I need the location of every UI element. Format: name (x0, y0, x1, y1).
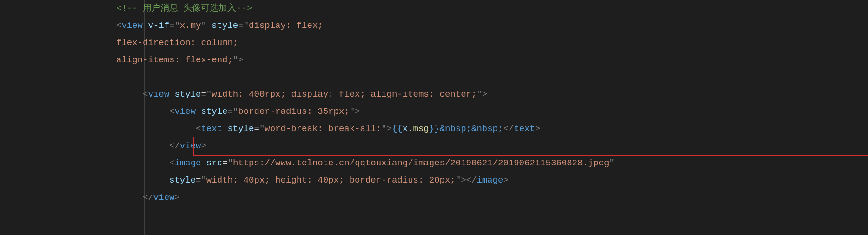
code-line[interactable]: align-items: flex-end;"> (116, 52, 868, 69)
attr-name: style (174, 86, 201, 103)
attr-name: style (227, 120, 254, 137)
gutter (0, 0, 28, 235)
entity: &nbsp; (440, 120, 471, 137)
code-line[interactable]: <view style="width: 400rpx; display: fle… (116, 86, 868, 103)
close-tag-name: view (153, 189, 175, 206)
tag-name: image (174, 155, 201, 172)
attr-value: x.my (180, 17, 201, 34)
attr-name: src (206, 155, 222, 172)
code-area[interactable]: <!-- 用户消息 头像可选加入--> <view v-if="x.my" st… (28, 0, 868, 235)
code-line[interactable]: style="width: 40px; height: 40px; border… (116, 172, 868, 189)
attr-name: v-if (148, 17, 169, 34)
code-line-highlighted[interactable]: <image src="https://www.telnote.cn/qqtou… (116, 155, 868, 172)
tag-open-bracket: < (116, 17, 121, 34)
code-editor[interactable]: <!-- 用户消息 头像可选加入--> <view v-if="x.my" st… (0, 0, 868, 235)
attr-name: style (169, 172, 196, 189)
attr-name: style (212, 17, 238, 34)
attr-value: display: flex; (249, 17, 323, 34)
attr-value: flex-direction: column; (116, 34, 238, 52)
mustache-close: }} (429, 120, 440, 137)
tag-name: view (148, 86, 169, 103)
entity: &nbsp; (471, 120, 503, 137)
attr-value: align-items: flex-end; (116, 52, 233, 69)
attr-value: width: 400rpx; display: flex; align-item… (212, 86, 477, 103)
attr-value: word-break: break-all; (265, 120, 381, 137)
code-line[interactable]: <view style="border-radius: 35rpx;"> (116, 103, 868, 120)
url-value[interactable]: https://www.telnote.cn/qqtouxiang/images… (233, 155, 610, 172)
code-line[interactable]: <view v-if="x.my" style="display: flex; (116, 17, 868, 34)
tag-close-bracket: > (238, 52, 243, 69)
attr-value: border-radius: 35rpx; (238, 103, 349, 120)
attr-name: style (201, 103, 227, 120)
code-line[interactable]: flex-direction: column; (116, 34, 868, 52)
mustache-open: {{ (392, 120, 403, 137)
code-line[interactable]: <!-- 用户消息 头像可选加入--> (116, 0, 868, 17)
tag-name: view (121, 17, 143, 34)
code-line[interactable]: <text style="word-break: break-all;">{{x… (116, 120, 868, 137)
code-line[interactable] (116, 69, 868, 86)
close-tag-name: text (514, 120, 535, 137)
close-tag-name: view (180, 137, 201, 155)
comment: <!-- 用户消息 头像可选加入--> (116, 0, 252, 17)
tag-name: text (201, 120, 222, 137)
code-line[interactable]: </view> (116, 189, 868, 206)
attr-value: width: 40px; height: 40px; border-radius… (206, 172, 456, 189)
close-tag-name: image (477, 172, 503, 189)
tag-name: view (174, 103, 196, 120)
code-line[interactable]: </view> (116, 137, 868, 155)
